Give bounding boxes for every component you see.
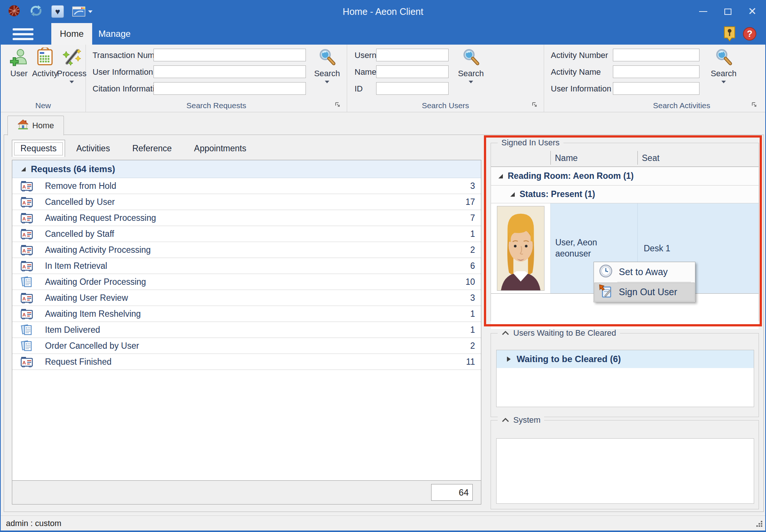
request-category-row[interactable]: ARemove from Hold3: [12, 178, 481, 194]
collapsed-triangle-icon: [507, 357, 511, 362]
column-divider: [550, 151, 551, 165]
waiting-group-header[interactable]: Waiting to be Cleared (6): [497, 350, 754, 368]
activity-user-information-input[interactable]: [613, 82, 699, 95]
requests-list-rows: ARemove from Hold3ACancelled by User17AA…: [12, 178, 481, 370]
ribbon-tab-manage[interactable]: Manage: [92, 23, 137, 45]
collapse-chevron-icon[interactable]: [501, 415, 510, 425]
request-category-label: Awaiting User Review: [45, 293, 470, 303]
request-category-count: 2: [470, 341, 475, 351]
request-category-row[interactable]: AAwaiting Activity Processing2: [12, 242, 481, 258]
minimize-button[interactable]: [691, 0, 715, 23]
requests-list-footer: 64: [12, 480, 481, 504]
expanded-triangle-icon: [21, 167, 26, 171]
svg-text:A: A: [22, 200, 26, 206]
order-icon: [20, 276, 35, 287]
request-category-label: Item Delivered: [45, 325, 470, 335]
request-category-count: 10: [465, 277, 475, 287]
citation-information-input[interactable]: [153, 82, 306, 95]
minimize-icon: [699, 11, 707, 12]
pin-info-icon[interactable]: [723, 26, 736, 43]
request-category-label: Cancelled by User: [45, 197, 465, 207]
document-tab-home[interactable]: Home: [7, 116, 64, 135]
system-panel: System: [491, 420, 759, 509]
search-requests-button[interactable]: Search: [311, 48, 343, 83]
resize-grip[interactable]: [756, 520, 763, 529]
collapse-chevron-icon[interactable]: [501, 328, 510, 338]
new-activity-icon: [36, 48, 54, 68]
request-category-count: 11: [466, 357, 475, 367]
hamburger-menu-icon[interactable]: [13, 28, 33, 40]
users-waiting-title: Users Waiting to Be Cleared: [498, 328, 620, 338]
column-header-seat[interactable]: Seat: [642, 149, 659, 167]
request-category-row[interactable]: Awaiting Order Processing10: [12, 274, 481, 290]
search-users-button[interactable]: Search: [455, 48, 487, 83]
request-category-count: 1: [470, 229, 475, 239]
ribbon-body: User Activity: [1, 45, 765, 112]
request-icon: A: [20, 228, 35, 239]
column-header-name[interactable]: Name: [555, 149, 578, 167]
request-icon: A: [20, 212, 35, 223]
svg-text:A: A: [22, 184, 26, 190]
help-icon[interactable]: ?: [742, 26, 757, 43]
maximize-button[interactable]: [715, 0, 740, 23]
search-activities-button[interactable]: Search: [708, 48, 740, 83]
username-input[interactable]: [376, 49, 449, 61]
request-user-information-input[interactable]: [153, 65, 306, 78]
user-id-input[interactable]: [376, 82, 449, 95]
request-category-count: 17: [465, 197, 475, 207]
request-category-count: 3: [470, 293, 475, 303]
menu-item-sign-out-user[interactable]: Sign Out User: [594, 283, 695, 302]
svg-text:?: ?: [747, 29, 753, 39]
request-category-row[interactable]: Order Cancelled by User2: [12, 338, 481, 354]
new-process-button[interactable]: Process: [56, 48, 88, 83]
user-context-menu: Set to Away Sign Out User: [594, 262, 695, 302]
request-category-count: 1: [470, 325, 475, 335]
request-category-row[interactable]: ACancelled by Staff1: [12, 226, 481, 242]
clock-icon: [599, 264, 613, 280]
request-category-row[interactable]: ARequest Finished11: [12, 354, 481, 370]
status-present-group-row[interactable]: Status: Present (1): [491, 186, 759, 203]
system-list: [496, 438, 754, 504]
ribbon-tab-home[interactable]: Home: [51, 23, 92, 45]
search-users-launcher-icon[interactable]: [532, 102, 538, 109]
request-category-row[interactable]: Item Delivered1: [12, 322, 481, 338]
home-icon: [17, 119, 29, 132]
user-name-input[interactable]: [376, 65, 449, 78]
activity-name-input[interactable]: [613, 65, 699, 78]
request-category-row[interactable]: AAwaiting Item Reshelving1: [12, 306, 481, 322]
reading-room-group-row[interactable]: Reading Room: Aeon Room (1): [491, 167, 759, 186]
waiting-list: Waiting to be Cleared (6): [496, 350, 754, 407]
ribbon-tab-row: Home Manage ?: [1, 23, 765, 45]
request-icon: A: [20, 260, 35, 271]
subtab-activities[interactable]: Activities: [65, 140, 121, 157]
requests-group-header[interactable]: Requests (64 items): [12, 160, 481, 178]
request-category-label: Cancelled by Staff: [45, 229, 470, 239]
subtab-reference[interactable]: Reference: [121, 140, 183, 157]
request-category-count: 7: [470, 213, 475, 223]
request-category-row[interactable]: AAwaiting User Review3: [12, 290, 481, 306]
menu-item-set-to-away[interactable]: Set to Away: [594, 262, 695, 281]
ribbon-group-search-users: Username Name ID Search S: [347, 45, 544, 112]
search-activities-launcher-icon[interactable]: [752, 102, 757, 109]
transaction-number-input[interactable]: [153, 49, 306, 61]
request-category-row[interactable]: AAwaiting Request Processing7: [12, 210, 481, 226]
request-icon: A: [20, 292, 35, 303]
request-category-label: Remove from Hold: [45, 181, 470, 191]
close-button[interactable]: ✕: [740, 0, 765, 23]
request-category-label: Order Cancelled by User: [45, 341, 470, 351]
new-process-icon: [62, 48, 81, 68]
subtab-requests[interactable]: Requests: [12, 140, 65, 157]
request-category-row[interactable]: AIn Item Retrieval6: [12, 258, 481, 274]
activity-number-input[interactable]: [613, 49, 699, 61]
group-caption-search-activities: Search Activities: [622, 101, 741, 110]
request-category-count: 1: [470, 309, 475, 319]
request-category-row[interactable]: ACancelled by User17: [12, 194, 481, 210]
subtab-appointments[interactable]: Appointments: [183, 140, 258, 157]
status-bar: admin : custom: [1, 516, 765, 531]
expanded-triangle-icon: [510, 192, 515, 197]
request-category-label: Awaiting Request Processing: [45, 213, 470, 223]
search-users-dropdown-icon: [469, 81, 473, 83]
status-user-text: admin : custom: [6, 516, 61, 531]
search-icon: [715, 48, 733, 68]
search-requests-launcher-icon[interactable]: [335, 102, 341, 109]
